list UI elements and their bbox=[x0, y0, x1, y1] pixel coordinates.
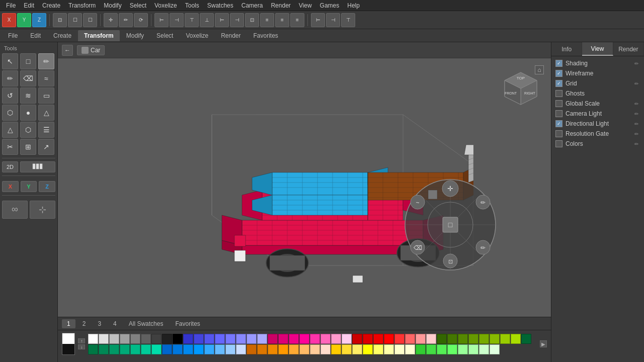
axis-z-btn[interactable]: Z bbox=[39, 181, 55, 192]
mode-3d-btn[interactable]: ▊▊▊ bbox=[20, 161, 55, 172]
menu-create[interactable]: Create bbox=[38, 1, 64, 10]
toolbar-align2[interactable]: ⊣ bbox=[170, 13, 184, 27]
view-item-ghosts[interactable]: Ghosts bbox=[551, 88, 644, 99]
toolbar-x-axis[interactable]: X bbox=[2, 13, 16, 27]
color-swatch-61[interactable] bbox=[289, 344, 299, 354]
color-swatch-42[interactable] bbox=[88, 344, 98, 354]
edit-icon-global-scale[interactable]: ✏ bbox=[633, 100, 640, 107]
menu-transform[interactable]: Transform bbox=[64, 1, 100, 10]
color-swatch-26[interactable] bbox=[363, 334, 373, 344]
color-swatch-2[interactable] bbox=[109, 334, 119, 344]
color-swatch-1[interactable] bbox=[99, 334, 109, 344]
tool-wave[interactable]: ≋ bbox=[20, 87, 36, 104]
color-swatch-9[interactable] bbox=[183, 334, 193, 344]
color-swatch-12[interactable] bbox=[215, 334, 225, 344]
tool-erase[interactable]: ⌫ bbox=[20, 70, 36, 86]
color-swatch-69[interactable] bbox=[373, 344, 383, 354]
menu-file[interactable]: File bbox=[2, 1, 20, 10]
toolbar-move[interactable]: ✛ bbox=[104, 13, 118, 27]
checkbox-directional-light[interactable] bbox=[555, 120, 562, 127]
home-view-button[interactable]: ⌂ bbox=[535, 65, 544, 74]
foreground-color[interactable] bbox=[62, 333, 74, 344]
view-item-colors[interactable]: Colors✏ bbox=[551, 139, 644, 149]
right-tab-view[interactable]: View bbox=[582, 42, 613, 56]
toolbar-y-axis[interactable]: Y bbox=[17, 13, 31, 27]
edit-icon-resolution-gate[interactable]: ✏ bbox=[633, 130, 640, 137]
tab-render[interactable]: Render bbox=[215, 30, 247, 41]
color-swatch-38[interactable] bbox=[490, 334, 500, 344]
checkbox-resolution-gate[interactable] bbox=[555, 130, 562, 137]
palette-tab-1[interactable]: 1 bbox=[62, 319, 75, 328]
color-swatch-75[interactable] bbox=[437, 344, 447, 354]
gizmo[interactable]: TOP RIGHT FRONT bbox=[501, 68, 541, 109]
color-swatch-3[interactable] bbox=[120, 334, 130, 344]
color-swatch-20[interactable] bbox=[299, 334, 309, 344]
right-tab-info[interactable]: Info bbox=[551, 42, 582, 56]
tool-hex[interactable]: ⬡ bbox=[2, 105, 18, 121]
mode-2d-btn[interactable]: 2D bbox=[2, 161, 18, 172]
tool-draw-fill[interactable]: ✏ bbox=[2, 70, 18, 86]
tool-select[interactable]: ↖ bbox=[2, 53, 18, 69]
palette-end-btn[interactable]: ▶ bbox=[540, 333, 547, 355]
menu-help[interactable]: Help bbox=[343, 1, 364, 10]
menu-voxelize[interactable]: Voxelize bbox=[150, 1, 181, 10]
color-swatch-55[interactable] bbox=[225, 344, 235, 354]
color-swatch-44[interactable] bbox=[109, 344, 119, 354]
toolbar-world[interactable]: ☐ bbox=[68, 13, 82, 27]
checkbox-global-scale[interactable] bbox=[555, 100, 562, 107]
menu-select[interactable]: Select bbox=[126, 1, 150, 10]
color-swatch-24[interactable] bbox=[342, 334, 352, 344]
color-swatch-34[interactable] bbox=[447, 334, 457, 344]
palette-tab-4[interactable]: 4 bbox=[108, 319, 122, 328]
view-item-directional-light[interactable]: Directional Light✏ bbox=[551, 119, 644, 129]
menu-modify[interactable]: Modify bbox=[100, 1, 125, 10]
tool-arrow[interactable]: ↗ bbox=[38, 139, 54, 155]
extra-btn2[interactable]: ⊹ bbox=[30, 201, 55, 219]
toolbar-dist2[interactable]: ⊣ bbox=[326, 13, 340, 27]
color-swatch-79[interactable] bbox=[479, 344, 489, 354]
tab-create[interactable]: Create bbox=[47, 30, 77, 41]
checkbox-wireframe[interactable] bbox=[555, 70, 562, 77]
edit-icon-directional-light[interactable]: ✏ bbox=[633, 120, 640, 127]
color-swatch-16[interactable] bbox=[257, 334, 267, 344]
color-swatch-27[interactable] bbox=[373, 334, 383, 344]
tab-transform[interactable]: Transform bbox=[78, 30, 120, 41]
color-swatch-17[interactable] bbox=[268, 334, 278, 344]
palette-tab-3[interactable]: 3 bbox=[93, 319, 106, 328]
color-swatch-73[interactable] bbox=[416, 344, 426, 354]
toolbar-snap[interactable]: ⟳ bbox=[134, 13, 148, 27]
color-swatch-43[interactable] bbox=[99, 344, 109, 354]
palette-arrow-up[interactable]: ↑ bbox=[78, 338, 85, 343]
menu-camera[interactable]: Camera bbox=[237, 1, 267, 10]
color-swatch-48[interactable] bbox=[151, 344, 162, 354]
color-swatch-63[interactable] bbox=[310, 344, 320, 354]
color-swatch-53[interactable] bbox=[204, 344, 214, 354]
toolbar-paint[interactable]: ✏ bbox=[119, 13, 133, 27]
color-swatch-51[interactable] bbox=[183, 344, 193, 354]
color-swatch-8[interactable] bbox=[173, 334, 183, 344]
palette-tab-favorites[interactable]: Favorites bbox=[170, 319, 205, 328]
color-swatch-68[interactable] bbox=[363, 344, 373, 354]
tab-modify[interactable]: Modify bbox=[120, 30, 150, 41]
tool-expand[interactable]: ⊞ bbox=[20, 139, 36, 155]
view-item-grid[interactable]: Grid✏ bbox=[551, 78, 644, 88]
color-swatch-47[interactable] bbox=[141, 344, 151, 354]
toolbar-align5[interactable]: ⊢ bbox=[215, 13, 229, 27]
toolbar-align3[interactable]: ⊤ bbox=[185, 13, 199, 27]
color-swatch-21[interactable] bbox=[310, 334, 320, 344]
breadcrumb-car[interactable]: Car bbox=[77, 45, 105, 55]
color-swatch-46[interactable] bbox=[130, 344, 140, 354]
background-color[interactable] bbox=[62, 344, 74, 354]
tool-draw[interactable]: ✏ bbox=[38, 53, 54, 69]
checkbox-grid[interactable] bbox=[555, 80, 562, 87]
toolbar-align1[interactable]: ⊢ bbox=[154, 13, 169, 27]
color-swatch-36[interactable] bbox=[468, 334, 478, 344]
toolbar-align8[interactable]: ≡ bbox=[260, 13, 274, 27]
color-swatch-19[interactable] bbox=[289, 334, 299, 344]
tool-box-select[interactable]: □ bbox=[20, 53, 36, 69]
checkbox-ghosts[interactable] bbox=[555, 90, 562, 97]
color-swatch-54[interactable] bbox=[215, 344, 225, 354]
view-item-wireframe[interactable]: Wireframe bbox=[551, 68, 644, 78]
color-swatch-32[interactable] bbox=[426, 334, 436, 344]
color-swatch-45[interactable] bbox=[120, 344, 130, 354]
